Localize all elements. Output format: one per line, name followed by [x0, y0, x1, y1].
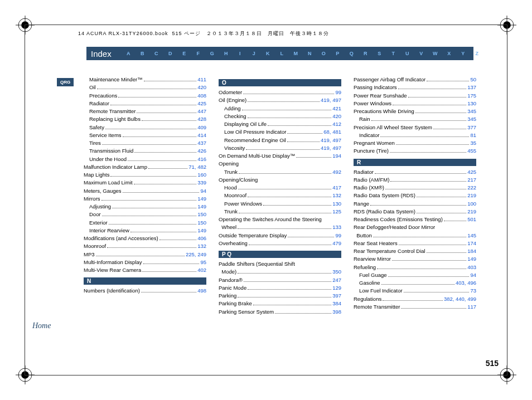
- page-ref[interactable]: 50: [470, 76, 476, 84]
- alpha-link-h[interactable]: H: [219, 51, 233, 56]
- page-ref[interactable]: 447: [197, 108, 206, 115]
- page-ref[interactable]: 425: [197, 100, 206, 108]
- page-ref[interactable]: 73: [470, 287, 476, 295]
- qrg-tab[interactable]: QRG: [57, 78, 74, 86]
- alpha-link-f[interactable]: F: [191, 51, 205, 56]
- alpha-link-k[interactable]: K: [261, 51, 275, 56]
- alpha-link-t[interactable]: T: [386, 51, 400, 56]
- page-ref[interactable]: 397: [332, 292, 341, 300]
- page-ref[interactable]: 406: [197, 235, 206, 242]
- page-ref[interactable]: 149: [197, 203, 206, 211]
- page-ref[interactable]: 94: [470, 271, 476, 279]
- page-ref[interactable]: 501: [467, 216, 476, 223]
- page-ref[interactable]: 225, 249: [186, 251, 206, 258]
- alpha-link-q[interactable]: Q: [345, 51, 359, 56]
- alpha-link-j[interactable]: J: [247, 51, 261, 56]
- page-ref[interactable]: 150: [197, 219, 206, 227]
- page-ref[interactable]: 420: [332, 113, 341, 120]
- page-ref[interactable]: 384: [332, 300, 341, 308]
- alpha-link-o[interactable]: O: [317, 51, 331, 56]
- page-ref[interactable]: 35: [470, 139, 476, 147]
- page-ref[interactable]: 408: [197, 92, 206, 100]
- page-ref[interactable]: 71, 482: [188, 163, 206, 171]
- page-ref[interactable]: 217: [467, 176, 476, 184]
- alpha-link-p[interactable]: P: [331, 51, 345, 56]
- page-ref[interactable]: 409: [197, 124, 206, 131]
- page-ref[interactable]: 129: [332, 284, 341, 292]
- page-ref[interactable]: 411: [197, 76, 206, 84]
- page-ref[interactable]: 419, 497: [321, 136, 341, 144]
- page-ref[interactable]: 377: [467, 124, 476, 131]
- alpha-link-m[interactable]: M: [289, 51, 303, 56]
- page-ref[interactable]: 94: [200, 187, 206, 195]
- page-ref[interactable]: 132: [332, 192, 341, 199]
- page-ref[interactable]: 426: [197, 147, 206, 155]
- page-ref[interactable]: 419, 497: [321, 96, 341, 104]
- alpha-link-l[interactable]: L: [275, 51, 289, 56]
- alpha-link-i[interactable]: I: [233, 51, 247, 56]
- page-ref[interactable]: 412: [332, 120, 341, 128]
- page-ref[interactable]: 417: [332, 184, 341, 192]
- page-ref[interactable]: 222: [467, 184, 476, 192]
- page-ref[interactable]: 416: [197, 155, 206, 163]
- page-ref[interactable]: 194: [332, 152, 341, 160]
- page-ref[interactable]: 95: [200, 258, 206, 266]
- alpha-link-d[interactable]: D: [163, 51, 177, 56]
- alpha-link-e[interactable]: E: [177, 51, 191, 56]
- page-ref[interactable]: 339: [197, 179, 206, 187]
- page-ref[interactable]: 132: [197, 242, 206, 250]
- page-ref[interactable]: 125: [332, 208, 341, 216]
- page-ref[interactable]: 149: [467, 255, 476, 263]
- page-ref[interactable]: 403: [467, 264, 476, 271]
- alpha-link-z[interactable]: Z: [470, 51, 484, 56]
- page-ref[interactable]: 99: [335, 89, 341, 96]
- page-ref[interactable]: 492: [332, 168, 341, 176]
- page-ref[interactable]: 398: [332, 308, 341, 316]
- page-ref[interactable]: 414: [197, 131, 206, 139]
- alpha-link-v[interactable]: V: [414, 51, 428, 56]
- page-ref[interactable]: 133: [332, 223, 341, 231]
- page-ref[interactable]: 345: [467, 108, 476, 115]
- page-ref[interactable]: 455: [467, 147, 476, 155]
- alpha-link-c[interactable]: C: [149, 51, 163, 56]
- page-ref[interactable]: 130: [332, 200, 341, 208]
- page-ref[interactable]: 219: [467, 208, 476, 216]
- page-ref[interactable]: 81: [470, 131, 476, 139]
- page-ref[interactable]: 403, 496: [456, 279, 476, 287]
- page-ref[interactable]: 425: [467, 168, 476, 176]
- alpha-link-w[interactable]: W: [428, 51, 442, 56]
- page-ref[interactable]: 247: [332, 276, 341, 284]
- alpha-link-y[interactable]: Y: [456, 51, 470, 56]
- page-ref[interactable]: 428: [197, 115, 206, 123]
- page-ref[interactable]: 68, 481: [323, 128, 341, 136]
- page-ref[interactable]: 350: [332, 268, 341, 276]
- page-ref[interactable]: 184: [467, 247, 476, 255]
- alpha-link-s[interactable]: S: [373, 51, 386, 56]
- page-ref[interactable]: 117: [467, 303, 476, 311]
- alpha-link-n[interactable]: N: [303, 51, 317, 56]
- page-ref[interactable]: 137: [467, 84, 476, 91]
- page-ref[interactable]: 145: [467, 232, 476, 240]
- page-ref[interactable]: 150: [197, 211, 206, 218]
- home-link[interactable]: Home: [32, 321, 51, 330]
- alpha-link-x[interactable]: X: [442, 51, 456, 56]
- alpha-link-b[interactable]: B: [136, 51, 149, 56]
- page-ref[interactable]: 479: [332, 240, 341, 247]
- page-ref[interactable]: 99: [335, 232, 341, 240]
- page-ref[interactable]: 345: [467, 115, 476, 123]
- page-ref[interactable]: 420: [197, 84, 206, 91]
- page-ref[interactable]: 382, 440, 499: [444, 295, 476, 303]
- page-ref[interactable]: 174: [467, 240, 476, 247]
- alpha-link-u[interactable]: U: [400, 51, 414, 56]
- alpha-link-a[interactable]: A: [122, 51, 136, 56]
- page-ref[interactable]: 498: [197, 287, 206, 295]
- page-ref[interactable]: 149: [197, 195, 206, 203]
- page-ref[interactable]: 175: [467, 92, 476, 100]
- page-ref[interactable]: 130: [467, 100, 476, 108]
- page-ref[interactable]: 421: [332, 105, 341, 113]
- page-ref[interactable]: 100: [467, 200, 476, 208]
- alpha-link-r[interactable]: R: [359, 51, 373, 56]
- alpha-link-g[interactable]: G: [205, 51, 219, 56]
- page-ref[interactable]: 219: [467, 192, 476, 199]
- page-ref[interactable]: 160: [197, 171, 206, 179]
